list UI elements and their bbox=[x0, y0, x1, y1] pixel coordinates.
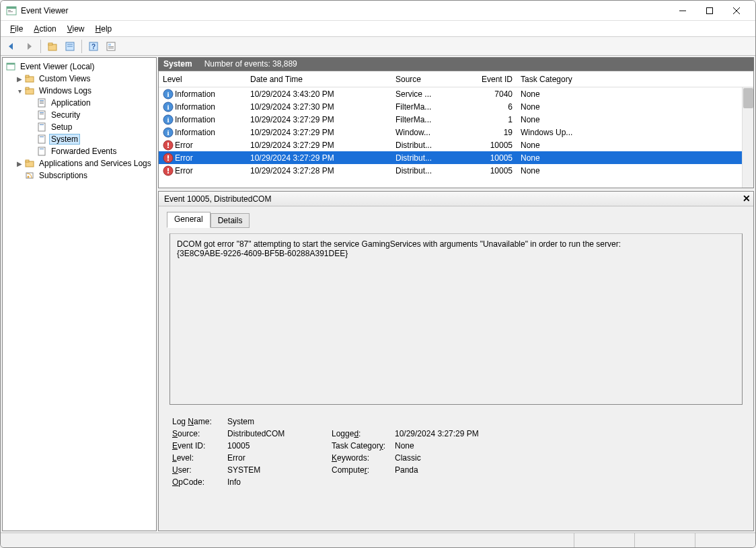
nav-back-button[interactable] bbox=[3, 39, 20, 54]
toolbar-separator bbox=[81, 40, 82, 53]
cell-source: Distribut... bbox=[391, 153, 459, 163]
k-logged: Logged: bbox=[332, 429, 395, 438]
svg-rect-34 bbox=[38, 123, 45, 131]
tree-label: Windows Logs bbox=[37, 86, 93, 95]
cell-task-category: None bbox=[517, 102, 753, 112]
expand-icon[interactable]: ▶ bbox=[15, 75, 24, 83]
tree-system[interactable]: System bbox=[3, 133, 156, 145]
svg-rect-24 bbox=[26, 75, 29, 77]
detail-inner: DCOM got error "87" attempting to start … bbox=[167, 228, 745, 522]
expand-icon[interactable]: ▶ bbox=[15, 160, 24, 167]
log-icon bbox=[36, 146, 47, 157]
up-button[interactable] bbox=[44, 39, 61, 54]
event-row[interactable]: Error10/29/2024 3:27:29 PMDistribut...10… bbox=[159, 151, 753, 164]
refresh-button[interactable] bbox=[103, 39, 119, 54]
tree-forwarded[interactable]: Forwarded Events bbox=[3, 145, 156, 157]
col-source[interactable]: Source bbox=[391, 75, 459, 84]
cell-task-category: None bbox=[517, 166, 753, 175]
toolbar: ? bbox=[1, 37, 755, 56]
tab-details[interactable]: Details bbox=[211, 213, 250, 228]
event-count: Number of events: 38,889 bbox=[204, 59, 297, 69]
event-row[interactable]: Error10/29/2024 3:27:29 PMDistribut...10… bbox=[159, 139, 753, 151]
detail-close-button[interactable]: ✕ bbox=[743, 193, 751, 204]
cell-date: 10/29/2024 3:27:30 PM bbox=[246, 102, 391, 112]
help-button[interactable]: ? bbox=[85, 39, 102, 54]
k-taskcat: Task Category: bbox=[332, 441, 395, 451]
tab-general[interactable]: General bbox=[167, 212, 211, 228]
tree-windows-logs[interactable]: ▾ Windows Logs bbox=[3, 85, 156, 97]
menu-help[interactable]: Help bbox=[91, 23, 116, 35]
svg-rect-3 bbox=[8, 11, 13, 12]
cell-source: Service ... bbox=[391, 89, 459, 99]
svg-text:i: i bbox=[167, 116, 169, 124]
tree-label: Setup bbox=[49, 122, 74, 132]
scrollbar[interactable] bbox=[742, 87, 753, 188]
cell-event-id: 19 bbox=[459, 128, 517, 137]
error-icon bbox=[163, 153, 174, 163]
tree-root[interactable]: Event Viewer (Local) bbox=[3, 61, 156, 73]
minimize-button[interactable] bbox=[669, 1, 696, 20]
menu-action[interactable]: Action bbox=[30, 23, 60, 35]
svg-rect-28 bbox=[40, 100, 44, 101]
menu-view[interactable]: View bbox=[63, 23, 89, 35]
cell-source: Distribut... bbox=[391, 141, 459, 150]
tree-subscriptions[interactable]: Subscriptions bbox=[3, 169, 156, 182]
tab-bar: General Details bbox=[159, 206, 753, 228]
window-title: Event Viewer bbox=[21, 6, 669, 15]
cell-event-id: 1 bbox=[459, 115, 517, 124]
tree-label: Subscriptions bbox=[37, 171, 89, 180]
event-grid[interactable]: Level Date and Time Source Event ID Task… bbox=[158, 71, 754, 188]
tree-label: Application bbox=[49, 98, 93, 108]
maximize-button[interactable] bbox=[696, 1, 723, 20]
v-opcode: Info bbox=[227, 477, 740, 487]
content-pane: System Number of events: 38,889 Level Da… bbox=[158, 57, 754, 531]
error-icon bbox=[163, 165, 174, 176]
tree-application[interactable]: Application bbox=[3, 97, 156, 109]
cell-event-id: 10005 bbox=[459, 153, 517, 163]
properties-button[interactable] bbox=[62, 39, 78, 54]
event-row[interactable]: iInformation10/29/2024 3:27:29 PMWindow.… bbox=[159, 126, 753, 139]
v-taskcat: None bbox=[395, 441, 740, 451]
log-icon bbox=[36, 122, 47, 132]
v-logname: System bbox=[227, 417, 740, 426]
tree-pane[interactable]: Event Viewer (Local) ▶ Custom Views ▾ Wi… bbox=[2, 57, 157, 531]
tree-label: System bbox=[49, 134, 80, 145]
tree-apps-services[interactable]: ▶ Applications and Services Logs bbox=[3, 157, 156, 169]
event-row[interactable]: iInformation10/29/2024 3:27:29 PMFilterM… bbox=[159, 113, 753, 126]
cell-level: Information bbox=[175, 128, 215, 137]
svg-text:i: i bbox=[167, 128, 169, 136]
col-date[interactable]: Date and Time bbox=[246, 75, 391, 84]
event-row[interactable]: Error10/29/2024 3:27:28 PMDistribut...10… bbox=[159, 164, 753, 177]
collapse-icon[interactable]: ▾ bbox=[15, 87, 24, 95]
tree-setup[interactable]: Setup bbox=[3, 121, 156, 133]
col-level[interactable]: Level bbox=[159, 75, 246, 84]
menu-file[interactable]: File bbox=[6, 23, 27, 35]
svg-rect-31 bbox=[38, 111, 45, 119]
svg-rect-2 bbox=[8, 10, 11, 11]
event-message[interactable]: DCOM got error "87" attempting to start … bbox=[169, 233, 743, 405]
cell-level: Information bbox=[175, 102, 215, 112]
cell-level: Error bbox=[175, 141, 193, 150]
cell-event-id: 10005 bbox=[459, 141, 517, 150]
event-row[interactable]: iInformation10/29/2024 3:43:20 PMService… bbox=[159, 87, 753, 100]
k-eventid: Event ID: bbox=[172, 441, 227, 451]
event-row[interactable]: iInformation10/29/2024 3:27:30 PMFilterM… bbox=[159, 100, 753, 113]
svg-rect-30 bbox=[40, 103, 44, 104]
svg-rect-35 bbox=[40, 124, 44, 125]
tree-security[interactable]: Security bbox=[3, 109, 156, 121]
svg-marker-8 bbox=[9, 43, 13, 50]
tree-custom-views[interactable]: ▶ Custom Views bbox=[3, 73, 156, 85]
nav-forward-button[interactable] bbox=[21, 39, 37, 54]
info-icon: i bbox=[163, 102, 174, 112]
svg-marker-9 bbox=[28, 43, 32, 50]
close-button[interactable] bbox=[723, 1, 750, 20]
cell-level: Error bbox=[175, 153, 193, 163]
grid-body[interactable]: iInformation10/29/2024 3:43:20 PMService… bbox=[159, 87, 753, 188]
svg-rect-18 bbox=[108, 44, 111, 46]
v-eventid: 10005 bbox=[227, 441, 332, 451]
cell-event-id: 7040 bbox=[459, 89, 517, 99]
col-task-category[interactable]: Task Category bbox=[517, 75, 753, 84]
col-event-id[interactable]: Event ID bbox=[459, 75, 517, 84]
statusbar-cell bbox=[1, 533, 574, 547]
scrollbar-thumb[interactable] bbox=[743, 88, 753, 108]
